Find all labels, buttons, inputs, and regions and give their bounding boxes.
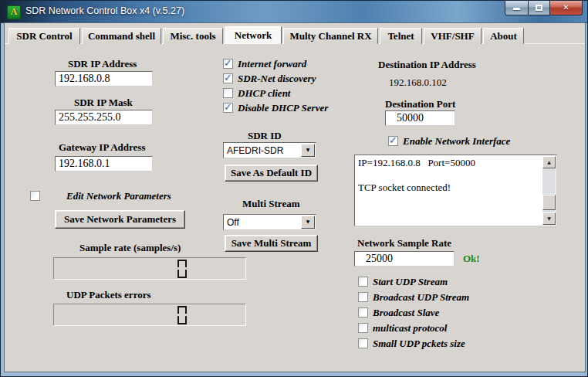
sample-rate-value: 0 [54, 258, 55, 259]
scroll-up-icon[interactable]: ▲ [542, 156, 556, 168]
destination-ip-value: 192.168.0.102 [389, 76, 447, 89]
multi-stream-selected-value: Off [227, 217, 239, 228]
tab-network[interactable]: Network [225, 26, 282, 44]
small-udp-packets-label[interactable]: Small UDP pckets size [373, 338, 465, 350]
sample-rate-label: Sample rate (samples/s) [79, 242, 181, 254]
close-icon: ✕ [563, 3, 569, 12]
window-title: SDR Network Control Box x4 (v.5.27) [25, 5, 184, 16]
chevron-down-icon[interactable]: ▼ [301, 144, 315, 157]
udp-errors-value: 0 [54, 304, 55, 305]
broadcast-udp-stream-label[interactable]: Broadcast UDP Stream [373, 291, 469, 304]
title-bar[interactable]: A SDR Network Control Box x4 (v.5.27) ✕ [1, 1, 587, 23]
gateway-ip-label: Gateway IP Address [59, 141, 145, 154]
disable-dhcp-server-label[interactable]: Disable DHCP Server [238, 102, 328, 114]
app-window: A SDR Network Control Box x4 (v.5.27) ✕ … [0, 0, 588, 377]
enable-network-interface-checkbox[interactable] [388, 136, 398, 146]
minimize-button[interactable] [505, 1, 529, 15]
save-multi-stream-button[interactable]: Save Multi Stream [225, 235, 318, 252]
start-udp-stream-checkbox[interactable] [358, 277, 368, 287]
sdr-id-selected-value: AFEDRI-SDR [227, 145, 283, 156]
connection-log[interactable]: IP=192.168.0.8 Port=50000 TCP socket con… [354, 155, 557, 226]
start-udp-stream-label[interactable]: Start UDP Stream [373, 276, 448, 288]
sdr-ip-address-input[interactable] [55, 71, 153, 87]
sdr-ip-address-label: SDR IP Address [68, 58, 137, 70]
sdr-net-discovery-checkbox[interactable] [223, 73, 233, 83]
seven-segment-digit [177, 306, 187, 324]
broadcast-slave-label[interactable]: Broadcast Slave [373, 307, 439, 319]
chevron-down-icon[interactable]: ▼ [301, 216, 315, 229]
app-icon: A [7, 5, 21, 19]
broadcast-udp-stream-checkbox[interactable] [358, 292, 368, 302]
small-udp-packets-checkbox[interactable] [358, 338, 368, 348]
udp-packets-errors-label: UDP Packets errors [66, 289, 151, 301]
edit-network-parameters-checkbox[interactable] [30, 191, 40, 201]
sdr-net-discovery-label[interactable]: SDR-Net discovery [238, 73, 316, 85]
broadcast-slave-checkbox[interactable] [358, 307, 368, 318]
tab-bar: SDR Control Command shell Misc. tools Ne… [8, 26, 525, 44]
edit-network-parameters-label[interactable]: Edit Network Parameters [66, 190, 171, 202]
tab-telnet[interactable]: Telnet [380, 28, 422, 44]
maximize-icon [536, 5, 542, 11]
tab-vhf-shf[interactable]: VHF/SHF [424, 28, 482, 44]
multicast-protocol-checkbox[interactable] [358, 323, 368, 333]
tab-multy-channel-rx[interactable]: Multy Channel RX [283, 28, 378, 44]
seven-segment-digit [177, 260, 187, 278]
dhcp-client-label[interactable]: DHCP client [238, 87, 291, 100]
save-network-parameters-button[interactable]: Save Network Parameters [55, 210, 185, 229]
enable-network-interface-label[interactable]: Enable Network Interface [403, 135, 510, 148]
scrollbar-thumb[interactable] [542, 195, 556, 210]
log-scrollbar[interactable]: ▲ ▼ [542, 156, 556, 225]
disable-dhcp-server-checkbox[interactable] [223, 103, 233, 113]
destination-ip-label: Destination IP Address [378, 59, 476, 71]
sdr-id-dropdown[interactable]: AFEDRI-SDR ▼ [223, 142, 316, 158]
gateway-ip-input[interactable] [55, 156, 153, 172]
destination-port-label: Destination Port [385, 98, 455, 110]
sdr-ip-mask-label: SDR IP Mask [74, 97, 133, 109]
sdr-ip-mask-input[interactable] [55, 110, 153, 125]
tab-command-shell[interactable]: Command shell [82, 28, 161, 44]
network-sample-rate-input[interactable] [354, 251, 455, 267]
close-button[interactable]: ✕ [550, 1, 583, 15]
minimize-icon [513, 8, 520, 10]
status-ok-badge: Ok! [463, 253, 480, 265]
tab-about[interactable]: About [483, 28, 524, 44]
sample-rate-display: 0 [53, 257, 246, 280]
multicast-protocol-label[interactable]: multicast protocol [373, 322, 447, 335]
sdr-id-label: SDR ID [248, 130, 282, 142]
dhcp-client-checkbox[interactable] [223, 88, 233, 98]
internet-forward-label[interactable]: Internet forward [238, 58, 306, 70]
client-area: SDR Control Command shell Misc. tools Ne… [4, 22, 586, 372]
save-as-default-id-button[interactable]: Save As Default ID [225, 165, 318, 182]
network-sample-rate-label: Network Sample Rate [357, 237, 451, 250]
multi-stream-label: Multi Stream [242, 198, 300, 210]
scroll-down-icon[interactable]: ▼ [542, 212, 556, 225]
destination-port-input[interactable] [385, 110, 455, 126]
udp-errors-display: 0 [53, 304, 246, 326]
internet-forward-checkbox[interactable] [223, 59, 233, 69]
maximize-button[interactable] [529, 1, 550, 15]
connection-log-text: IP=192.168.0.8 Port=50000 TCP socket con… [358, 157, 541, 224]
multi-stream-dropdown[interactable]: Off ▼ [223, 214, 316, 230]
tab-sdr-control[interactable]: SDR Control [8, 28, 80, 44]
tab-misc-tools[interactable]: Misc. tools [163, 28, 223, 44]
caption-buttons: ✕ [505, 1, 583, 15]
